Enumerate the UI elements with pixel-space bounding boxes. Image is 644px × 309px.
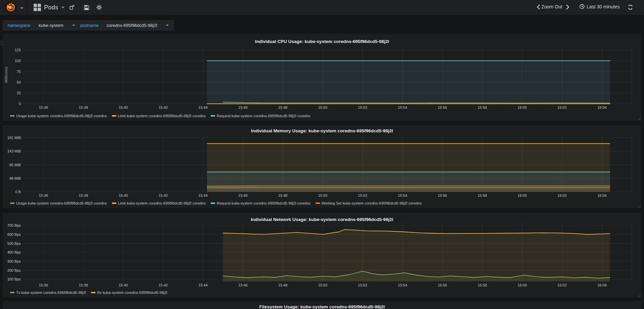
- svg-text:15:44: 15:44: [198, 105, 208, 109]
- podname-caret-icon: [166, 25, 169, 26]
- svg-text:16:00: 16:00: [518, 283, 527, 287]
- legend-item[interactable]: Usage kube-system coredns-695f96dcd5-98j…: [10, 114, 107, 118]
- clock-icon: [579, 4, 585, 9]
- legend-series-label: Usage kube-system coredns-695f96dcd5-98j…: [16, 201, 107, 205]
- legend-series-color: [10, 115, 14, 117]
- svg-text:15:52: 15:52: [358, 283, 367, 287]
- svg-text:95 MiB: 95 MiB: [9, 163, 21, 167]
- panel-drag-handle[interactable]: [0, 40, 3, 46]
- svg-text:15:40: 15:40: [119, 193, 128, 197]
- svg-text:15:50: 15:50: [318, 283, 327, 287]
- svg-text:0 B: 0 B: [15, 190, 21, 194]
- svg-text:15:46: 15:46: [238, 193, 248, 197]
- nav-divider: [27, 0, 27, 15]
- legend-item[interactable]: Rx kube-system coredns-695f96dcd5-98j2l: [91, 291, 167, 295]
- share-icon: [69, 5, 75, 10]
- network-chart-plot[interactable]: 15:3615:3815:4015:4215:4415:4615:4815:50…: [3, 213, 641, 298]
- panel-cpu-usage: Individual CPU Usage: kube-system coredn…: [3, 34, 641, 121]
- svg-text:15:36: 15:36: [39, 283, 48, 287]
- legend-item[interactable]: Usage kube-system coredns-695f96dcd5-98j…: [10, 201, 107, 205]
- svg-text:25: 25: [17, 91, 21, 95]
- namespace-value-text: kube-system: [39, 23, 64, 28]
- dashboard-caret-icon: [61, 7, 65, 8]
- grafana-logo-icon: [5, 1, 17, 13]
- svg-text:15:38: 15:38: [79, 193, 88, 197]
- svg-text:15:40: 15:40: [119, 105, 128, 109]
- memory-chart-plot[interactable]: 15:3615:3815:4015:4215:4415:4615:4815:50…: [3, 125, 641, 208]
- share-dashboard-button[interactable]: [68, 4, 77, 11]
- panel-filesystem-usage: Filesystem Usage: kube-system coredns-69…: [3, 301, 641, 309]
- dashboard-title: Pods: [44, 4, 58, 11]
- variable-value-podname[interactable]: coredns-695f96dcd5-98j2l: [102, 20, 174, 31]
- save-dashboard-button[interactable]: [82, 4, 91, 11]
- svg-text:500 Bps: 500 Bps: [7, 241, 21, 246]
- variable-label-namespace: namespace: [3, 20, 35, 31]
- legend-series-color: [91, 292, 95, 293]
- time-range-picker[interactable]: Last 30 minutes: [579, 4, 620, 9]
- variable-label-podname: podname: [75, 20, 104, 31]
- svg-text:15:56: 15:56: [438, 283, 447, 287]
- legend-item[interactable]: Request kube-system coredns-695f96dcd5-9…: [211, 114, 311, 118]
- svg-text:100 Bps: 100 Bps: [7, 277, 21, 281]
- svg-text:15:42: 15:42: [159, 283, 168, 287]
- refresh-icon: [628, 4, 633, 10]
- svg-text:125: 125: [15, 48, 21, 52]
- legend-series-color: [112, 115, 116, 117]
- svg-text:15:54: 15:54: [398, 193, 407, 197]
- svg-text:0: 0: [19, 102, 21, 106]
- svg-text:600 Bps: 600 Bps: [7, 232, 21, 236]
- svg-text:15:50: 15:50: [318, 105, 327, 109]
- grafana-logo-button[interactable]: [3, 1, 25, 14]
- legend-item[interactable]: Tx kube-system coredns-695f96dcd5-98j2l: [10, 291, 86, 295]
- gear-icon: [96, 5, 102, 10]
- panel-memory-usage: Individual Memory Usage: kube-system cor…: [3, 125, 641, 208]
- legend-series-color: [10, 203, 14, 204]
- legend-item[interactable]: Request kube-system coredns-695f96dcd5-9…: [211, 201, 311, 205]
- save-icon: [84, 5, 89, 10]
- legend-series-label: Limit kube-system coredns-695f96dcd5-98j…: [118, 201, 206, 205]
- nav-divider-2: [66, 0, 66, 15]
- legend-series-color: [112, 203, 116, 204]
- time-shift-back-button[interactable]: [537, 5, 540, 10]
- dashboard-settings-button[interactable]: [95, 4, 104, 11]
- chevron-right-icon: [566, 5, 569, 9]
- legend-item[interactable]: Limit kube-system coredns-695f96dcd5-98j…: [112, 201, 206, 205]
- refresh-button[interactable]: [628, 4, 633, 11]
- panel-title-filesystem[interactable]: Filesystem Usage: kube-system coredns-69…: [3, 304, 641, 309]
- svg-text:16:04: 16:04: [597, 193, 607, 197]
- svg-text:75: 75: [17, 70, 21, 74]
- svg-text:16:00: 16:00: [518, 105, 527, 109]
- svg-text:15:38: 15:38: [79, 105, 88, 109]
- cpu-chart-legend: Usage kube-system coredns-695f96dcd5-98j…: [10, 114, 311, 118]
- variable-value-namespace[interactable]: kube-system: [34, 20, 80, 31]
- svg-text:16:04: 16:04: [597, 283, 607, 287]
- memory-chart-legend: Usage kube-system coredns-695f96dcd5-98j…: [10, 201, 421, 205]
- legend-series-label: Limit kube-system coredns-695f96dcd5-98j…: [118, 114, 206, 118]
- svg-text:15:46: 15:46: [238, 283, 248, 287]
- podname-value-text: coredns-695f96dcd5-98j2l: [107, 23, 157, 28]
- svg-text:Millicores: Millicores: [4, 67, 8, 83]
- legend-series-label: Tx kube-system coredns-695f96dcd5-98j2l: [16, 291, 86, 295]
- svg-text:100: 100: [15, 59, 21, 63]
- svg-text:15:36: 15:36: [39, 193, 48, 197]
- svg-text:50: 50: [17, 80, 21, 84]
- svg-text:400 Bps: 400 Bps: [7, 250, 21, 254]
- svg-text:15:58: 15:58: [478, 283, 487, 287]
- svg-text:15:48: 15:48: [278, 105, 288, 109]
- legend-item[interactable]: Working Set kube-system coredns-695f96dc…: [316, 201, 422, 205]
- svg-text:48 MiB: 48 MiB: [9, 176, 21, 180]
- time-shift-forward-button[interactable]: [566, 5, 569, 10]
- legend-item[interactable]: Limit kube-system coredns-695f96dcd5-98j…: [112, 114, 206, 118]
- svg-text:16:02: 16:02: [558, 105, 567, 109]
- legend-series-label: Usage kube-system coredns-695f96dcd5-98j…: [16, 114, 107, 118]
- zoom-out-button[interactable]: Zoom Out: [541, 4, 562, 9]
- cpu-chart-plot[interactable]: 15:3615:3815:4015:4215:4415:4615:4815:50…: [3, 34, 641, 121]
- svg-text:191 MiB: 191 MiB: [7, 136, 21, 140]
- dashboard-picker[interactable]: Pods: [29, 0, 69, 15]
- svg-text:700 Bps: 700 Bps: [7, 223, 21, 227]
- svg-text:15:56: 15:56: [438, 105, 447, 109]
- svg-text:16:00: 16:00: [518, 193, 527, 197]
- svg-text:15:54: 15:54: [398, 105, 407, 109]
- legend-series-label: Request kube-system coredns-695f96dcd5-9…: [217, 114, 311, 118]
- svg-text:15:42: 15:42: [159, 193, 168, 197]
